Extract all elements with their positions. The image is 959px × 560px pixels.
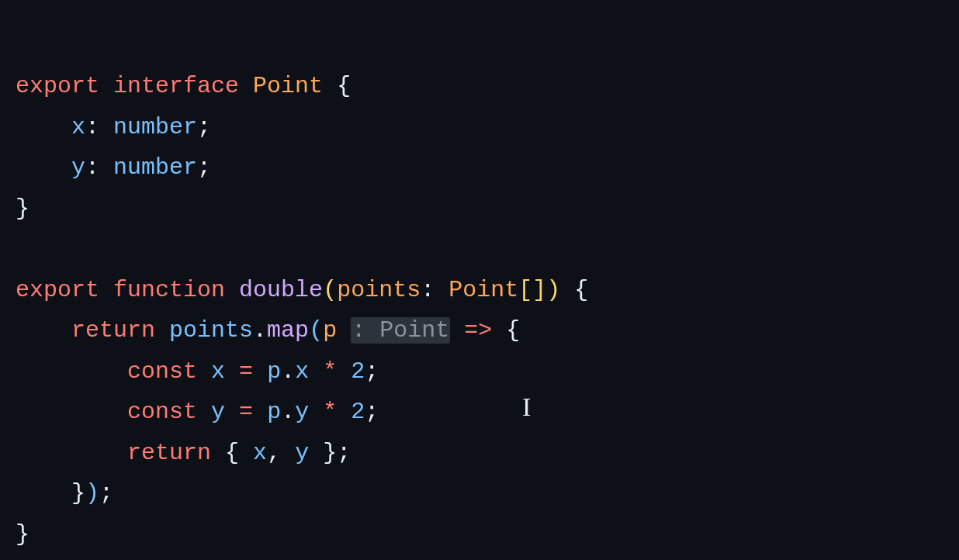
- variable: x: [253, 440, 267, 466]
- multiply-operator: *: [323, 358, 337, 385]
- code-editor[interactable]: export interface Point { x: number; y: n…: [16, 66, 943, 555]
- code-line-blank[interactable]: [16, 229, 943, 270]
- property-access: x: [295, 358, 309, 385]
- open-brace: {: [574, 277, 588, 303]
- comma: ,: [267, 440, 281, 466]
- equals-operator: =: [239, 358, 253, 385]
- variable: y: [295, 440, 309, 466]
- parameter: p: [323, 317, 337, 344]
- inlay-type-hint: : Point: [351, 317, 450, 344]
- keyword-return: return: [71, 317, 155, 344]
- number-literal: 2: [351, 358, 365, 385]
- keyword-return: return: [127, 440, 211, 466]
- property-x: x: [71, 114, 85, 140]
- semicolon: ;: [99, 480, 113, 506]
- semicolon: ;: [365, 358, 379, 385]
- dot: .: [253, 317, 267, 344]
- code-line[interactable]: });: [16, 473, 943, 514]
- close-brace: }: [323, 440, 337, 466]
- parameter: points: [337, 277, 421, 303]
- colon: :: [421, 277, 434, 303]
- code-line[interactable]: export interface Point {: [16, 66, 943, 107]
- close-brace: }: [16, 521, 29, 548]
- open-brace: {: [506, 317, 520, 344]
- colon: :: [85, 154, 99, 181]
- close-paren: ): [546, 277, 560, 303]
- variable: points: [169, 317, 253, 344]
- dot: .: [281, 358, 295, 385]
- open-brace: {: [225, 440, 239, 466]
- multiply-operator: *: [323, 399, 337, 425]
- open-brace: {: [337, 73, 351, 99]
- variable: p: [267, 358, 281, 385]
- function-name: double: [239, 277, 323, 303]
- equals-operator: =: [239, 399, 253, 425]
- open-paren: (: [323, 277, 337, 303]
- keyword-interface: interface: [113, 73, 239, 99]
- semicolon: ;: [365, 399, 379, 425]
- type-number: number: [113, 154, 197, 181]
- code-line[interactable]: const x = p.x * 2;: [16, 351, 943, 392]
- code-line[interactable]: }: [16, 514, 943, 555]
- semicolon: ;: [197, 114, 211, 140]
- close-brace: }: [16, 195, 29, 222]
- open-paren: (: [309, 317, 323, 344]
- code-line[interactable]: export function double(points: Point[]) …: [16, 270, 943, 311]
- code-line[interactable]: return { x, y };: [16, 433, 943, 474]
- code-line[interactable]: }: [16, 188, 943, 230]
- close-bracket: ]: [532, 277, 546, 303]
- code-line[interactable]: return points.map(p : Point => {: [16, 310, 943, 351]
- keyword-const: const: [127, 399, 197, 425]
- number-literal: 2: [351, 399, 365, 425]
- type-identifier: Point: [253, 73, 323, 99]
- property-y: y: [71, 154, 85, 181]
- close-paren: ): [85, 480, 99, 506]
- arrow-operator: =>: [464, 317, 492, 344]
- close-brace: }: [71, 480, 85, 506]
- property-access: y: [295, 399, 309, 425]
- semicolon: ;: [337, 440, 351, 466]
- type-number: number: [113, 114, 197, 140]
- keyword-export: export: [16, 73, 99, 99]
- keyword-const: const: [127, 358, 197, 385]
- variable-local: x: [211, 358, 225, 385]
- code-line[interactable]: x: number;: [16, 107, 943, 148]
- colon: :: [85, 114, 99, 140]
- dot: .: [281, 399, 295, 425]
- semicolon: ;: [197, 154, 211, 181]
- variable-local: y: [211, 399, 225, 425]
- keyword-export: export: [16, 277, 99, 303]
- variable: p: [267, 399, 281, 425]
- open-bracket: [: [518, 277, 532, 303]
- code-line[interactable]: y: number;: [16, 147, 943, 188]
- type-identifier: Point: [448, 277, 518, 303]
- keyword-function: function: [113, 277, 225, 303]
- method-name: map: [267, 317, 309, 344]
- code-line[interactable]: const y = p.y * 2;: [16, 392, 943, 433]
